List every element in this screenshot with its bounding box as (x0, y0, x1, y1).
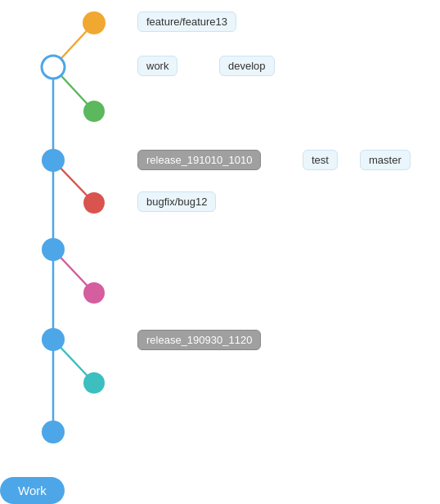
svg-point-15 (83, 282, 105, 304)
tag-release2[interactable]: release_190930_1120 (137, 330, 261, 350)
svg-point-9 (83, 11, 106, 34)
svg-point-18 (42, 421, 65, 443)
tag-master[interactable]: master (360, 150, 411, 170)
svg-point-10 (42, 56, 65, 79)
svg-point-13 (83, 192, 105, 214)
git-graph (0, 0, 440, 504)
svg-point-11 (83, 101, 105, 122)
svg-point-12 (42, 149, 65, 172)
svg-point-14 (42, 238, 65, 261)
tag-develop[interactable]: develop (219, 56, 275, 76)
work-button[interactable]: Work (0, 477, 65, 504)
graph-svg (0, 0, 440, 504)
tag-feature13[interactable]: feature/feature13 (137, 11, 236, 32)
svg-point-16 (42, 328, 65, 351)
tag-release1[interactable]: release_191010_1010 (137, 150, 261, 170)
tag-work[interactable]: work (137, 56, 177, 76)
svg-point-17 (83, 372, 105, 394)
tag-test[interactable]: test (303, 150, 338, 170)
tag-bugfix[interactable]: bugfix/bug12 (137, 191, 216, 212)
